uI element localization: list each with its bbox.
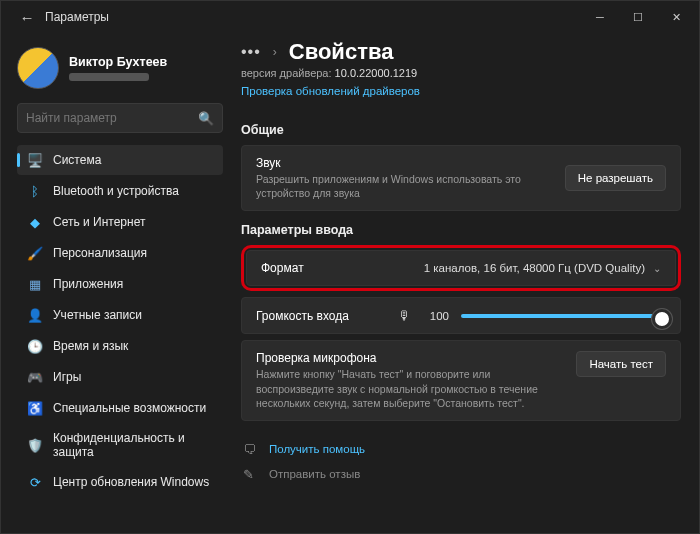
nav-personalization-icon: 🖌️ (27, 245, 43, 261)
check-driver-updates-link[interactable]: Проверка обновлений драйверов (241, 85, 420, 97)
driver-version-row: версия драйвера: 10.0.22000.1219 (241, 67, 681, 79)
nav-personalization-label: Персонализация (53, 246, 147, 260)
nav-privacy-label: Конфиденциальность и защита (53, 431, 213, 459)
section-input: Параметры ввода (241, 223, 681, 237)
mic-test-title: Проверка микрофона (256, 351, 562, 365)
minimize-button[interactable]: ─ (581, 3, 619, 31)
input-volume-row: Громкость входа 🎙 100 (241, 297, 681, 334)
nav-gaming-label: Игры (53, 370, 81, 384)
nav-list: 🖥️СистемаᛒBluetooth и устройства◆Сеть и … (17, 145, 223, 497)
search-icon: 🔍 (198, 111, 214, 126)
page-title: Свойства (289, 39, 394, 65)
nav-accessibility-icon: ♿ (27, 400, 43, 416)
nav-accessibility[interactable]: ♿Специальные возможности (17, 393, 223, 423)
nav-system[interactable]: 🖥️Система (17, 145, 223, 175)
sidebar: Виктор Бухтеев 🔍 🖥️СистемаᛒBluetooth и у… (1, 33, 231, 533)
nav-update-label: Центр обновления Windows (53, 475, 209, 489)
nav-network-icon: ◆ (27, 214, 43, 230)
nav-apps[interactable]: ▦Приложения (17, 269, 223, 299)
titlebar: ← Параметры ─ ☐ ✕ (1, 1, 699, 33)
breadcrumb-more[interactable]: ••• (241, 43, 261, 61)
feedback-icon: ✎ (243, 467, 259, 482)
help-icon: 🗨 (243, 442, 259, 457)
microphone-icon: 🎙 (398, 308, 411, 323)
nav-personalization[interactable]: 🖌️Персонализация (17, 238, 223, 268)
maximize-button[interactable]: ☐ (619, 3, 657, 31)
nav-apps-icon: ▦ (27, 276, 43, 292)
sound-card-title: Звук (256, 156, 551, 170)
nav-bluetooth[interactable]: ᛒBluetooth и устройства (17, 176, 223, 206)
nav-gaming[interactable]: 🎮Игры (17, 362, 223, 392)
section-general: Общие (241, 123, 681, 137)
nav-gaming-icon: 🎮 (27, 369, 43, 385)
send-feedback-link[interactable]: ✎ Отправить отзыв (241, 462, 681, 487)
nav-system-label: Система (53, 153, 101, 167)
sound-permission-card: Звук Разрешить приложениям и Windows исп… (241, 145, 681, 211)
nav-bluetooth-icon: ᛒ (27, 183, 43, 199)
settings-window: ← Параметры ─ ☐ ✕ Виктор Бухтеев 🔍 🖥️Сис… (0, 0, 700, 534)
highlight-box: Формат 1 каналов, 16 бит, 48000 Гц (DVD … (241, 245, 681, 291)
user-name: Виктор Бухтеев (69, 55, 167, 69)
nav-apps-label: Приложения (53, 277, 123, 291)
nav-time-icon: 🕒 (27, 338, 43, 354)
nav-accounts-label: Учетные записи (53, 308, 142, 322)
sound-card-desc: Разрешить приложениям и Windows использо… (256, 172, 551, 200)
start-test-button[interactable]: Начать тест (576, 351, 666, 377)
nav-accessibility-label: Специальные возможности (53, 401, 206, 415)
disallow-button[interactable]: Не разрешать (565, 165, 666, 191)
nav-privacy[interactable]: 🛡️Конфиденциальность и защита (17, 424, 223, 466)
close-button[interactable]: ✕ (657, 3, 695, 31)
avatar (17, 47, 59, 89)
chevron-right-icon: › (273, 45, 277, 59)
mic-test-card: Проверка микрофона Нажмите кнопку "Начат… (241, 340, 681, 421)
main-content: ••• › Свойства версия драйвера: 10.0.220… (231, 33, 699, 533)
format-label: Формат (261, 261, 371, 275)
nav-privacy-icon: 🛡️ (27, 437, 43, 453)
nav-system-icon: 🖥️ (27, 152, 43, 168)
nav-bluetooth-label: Bluetooth и устройства (53, 184, 179, 198)
search-input[interactable] (26, 111, 198, 125)
back-button[interactable]: ← (13, 3, 41, 31)
search-box[interactable]: 🔍 (17, 103, 223, 133)
user-email (69, 73, 149, 81)
nav-network[interactable]: ◆Сеть и Интернет (17, 207, 223, 237)
chevron-down-icon: ⌄ (653, 263, 661, 274)
volume-label: Громкость входа (256, 309, 386, 323)
nav-time-label: Время и язык (53, 339, 128, 353)
format-select[interactable]: Формат 1 каналов, 16 бит, 48000 Гц (DVD … (246, 250, 676, 286)
mic-test-desc: Нажмите кнопку "Начать тест" и поговорит… (256, 367, 562, 410)
volume-value: 100 (423, 310, 449, 322)
nav-network-label: Сеть и Интернет (53, 215, 145, 229)
window-title: Параметры (45, 10, 109, 24)
volume-slider[interactable] (461, 314, 666, 318)
user-block[interactable]: Виктор Бухтеев (17, 41, 223, 103)
get-help-link[interactable]: 🗨 Получить помощь (241, 437, 681, 462)
format-value: 1 каналов, 16 бит, 48000 Гц (DVD Quality… (371, 262, 653, 274)
nav-accounts[interactable]: 👤Учетные записи (17, 300, 223, 330)
nav-update-icon: ⟳ (27, 474, 43, 490)
nav-time[interactable]: 🕒Время и язык (17, 331, 223, 361)
nav-update[interactable]: ⟳Центр обновления Windows (17, 467, 223, 497)
nav-accounts-icon: 👤 (27, 307, 43, 323)
